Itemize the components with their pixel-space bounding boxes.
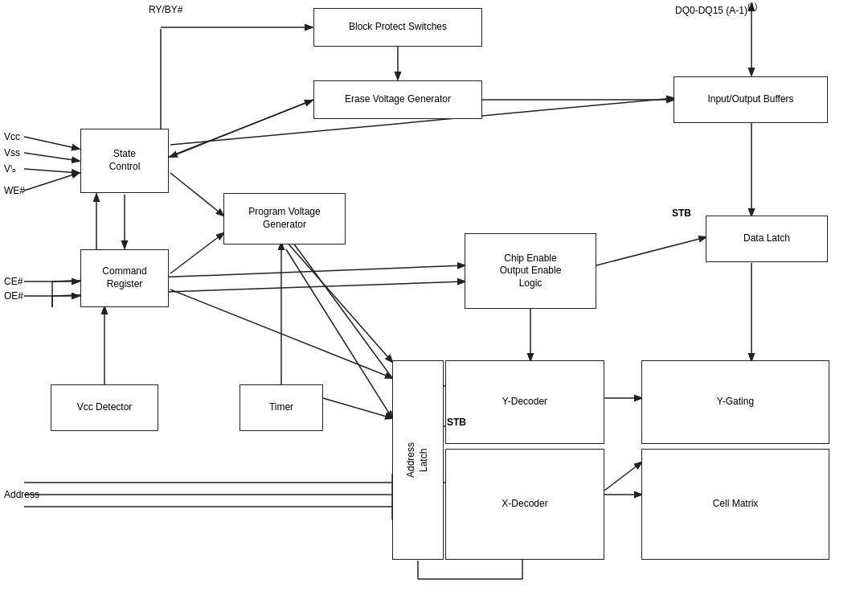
input-output-buffers: Input/Output Buffers (674, 76, 828, 123)
chip-enable-label: Chip EnableOutput EnableLogic (500, 253, 562, 290)
block-diagram: Block Protect Switches Erase Voltage Gen… (0, 0, 868, 608)
svg-line-5 (170, 100, 313, 157)
svg-line-22 (170, 290, 392, 378)
state-control-label: StateControl (109, 148, 141, 173)
block-protect-switches: Block Protect Switches (313, 8, 482, 47)
svg-line-23 (286, 241, 392, 362)
y-gating: Y-Gating (641, 360, 829, 444)
oe-label: OE# (4, 290, 23, 302)
data-latch: Data Latch (706, 216, 828, 262)
program-voltage-label: Program VoltageGenerator (248, 206, 320, 231)
chip-enable-logic: Chip EnableOutput EnableLogic (465, 233, 596, 309)
svg-line-1 (24, 153, 79, 161)
command-register-label: CommandRegister (102, 265, 146, 290)
erase-voltage-label: Erase Voltage Generator (345, 93, 451, 106)
svg-line-11 (170, 173, 223, 216)
svg-line-24 (286, 233, 392, 378)
command-register: CommandRegister (80, 249, 169, 307)
input-output-label: Input/Output Buffers (707, 93, 793, 106)
ry-by-label: RY/BY# (149, 4, 182, 15)
vss-label: Vss (4, 147, 20, 158)
y-decoder-label: Y-Decoder (502, 396, 547, 409)
svg-line-21 (170, 233, 223, 273)
y-decoder: Y-Decoder (445, 360, 604, 444)
address-latch: AddressLatch (392, 360, 444, 560)
svg-line-0 (24, 137, 79, 149)
svg-line-29 (604, 462, 641, 491)
x-decoder: X-Decoder (445, 449, 604, 560)
cell-matrix-label: Cell Matrix (713, 498, 759, 511)
ce-label: CE# (4, 276, 23, 287)
we-label: WE# (4, 185, 25, 196)
svg-line-2 (24, 169, 79, 173)
vcc-detector-label: Vcc Detector (77, 401, 133, 414)
program-voltage-generator: Program VoltageGenerator (223, 193, 346, 244)
x-decoder-label: X-Decoder (502, 498, 547, 511)
svg-line-7 (169, 101, 312, 157)
data-latch-label: Data Latch (743, 232, 790, 245)
state-control: StateControl (80, 129, 169, 193)
y-gating-label: Y-Gating (717, 396, 754, 409)
dq-label: DQ0-DQ15 (A-1)(1) (675, 2, 757, 16)
timer-label: Timer (269, 401, 293, 414)
vio-label: Vᴵₒ (4, 163, 16, 175)
vcc-label: Vcc (4, 131, 20, 142)
address-latch-label: AddressLatch (405, 442, 430, 478)
block-protect-label: Block Protect Switches (349, 21, 447, 34)
address-label: Address (4, 489, 39, 500)
vcc-detector: Vcc Detector (51, 384, 158, 431)
stb-label-2: STB (447, 417, 466, 428)
erase-voltage-generator: Erase Voltage Generator (313, 80, 482, 119)
svg-line-26 (596, 237, 706, 265)
cell-matrix: Cell Matrix (641, 449, 829, 560)
timer: Timer (240, 384, 323, 431)
stb-label-1: STB (672, 207, 691, 219)
svg-line-8 (24, 173, 79, 191)
